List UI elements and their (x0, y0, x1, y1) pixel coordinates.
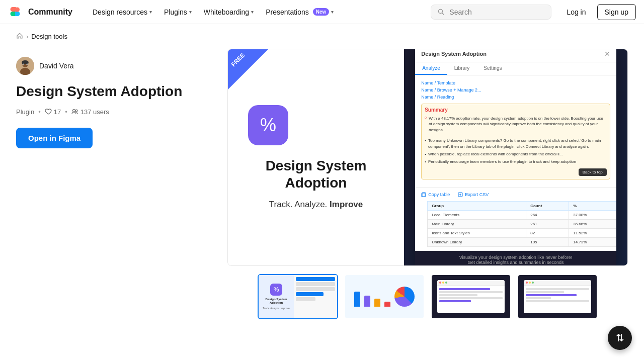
thumb-ui-line (439, 294, 477, 296)
thumb-chart (354, 287, 415, 307)
preview-left-panel: FREE % Design System Adoption Track. Ana… (228, 49, 404, 265)
open-in-figma-button[interactable]: Open in Figma (16, 128, 93, 148)
dot-3 (445, 282, 447, 284)
bullet-2: •When possible, replace local elements w… (425, 151, 607, 157)
breadcrumb-current: Design tools (31, 33, 67, 40)
svg-point-1 (15, 7, 20, 12)
thumb-inner-ui-3 (437, 280, 504, 313)
fab-button[interactable]: ⇅ (608, 326, 632, 350)
nav-item-presentations[interactable]: Presentations New ▾ (260, 5, 340, 19)
nav-item-design-resources[interactable]: Design resources ▾ (87, 5, 158, 19)
chevron-down-icon: ▾ (149, 9, 152, 15)
svg-point-8 (23, 64, 24, 65)
main-preview: FREE % Design System Adoption Track. Ana… (227, 49, 628, 266)
thumb-content-2 (345, 275, 424, 318)
preview-left-content: % Design System Adoption Track. Analyze.… (248, 105, 384, 209)
thumb-bar-4 (384, 302, 390, 307)
new-badge: New (313, 8, 330, 16)
thumb-right-1 (294, 275, 337, 318)
plugin-ui-header: Design System Adoption ✕ (415, 49, 616, 62)
thumb-ui-line (439, 297, 502, 299)
home-icon[interactable] (16, 32, 23, 41)
search-bar[interactable] (431, 5, 551, 20)
users-icon (71, 108, 78, 115)
search-input[interactable] (449, 8, 545, 16)
thumb-ui-line (439, 300, 471, 302)
nav-item-whiteboarding[interactable]: Whiteboarding ▾ (198, 5, 260, 19)
bullet-1: •Too many Unknown Library components? Go… (425, 138, 607, 150)
col-percent: % (569, 201, 616, 210)
thumbnail-4[interactable] (517, 274, 598, 319)
thumb-ui-body-4 (524, 286, 591, 304)
nav-item-plugins[interactable]: Plugins ▾ (158, 5, 198, 19)
plugin-footer: Visualize your design system adoption li… (415, 251, 616, 265)
signup-button[interactable]: Sign up (597, 4, 636, 20)
tab-analyze[interactable]: Analyze (415, 62, 447, 75)
thumb-tag-1: Track. Analyze. Improve (263, 307, 289, 310)
figma-logo (8, 5, 22, 19)
dot-1 (526, 282, 528, 284)
plugin-ui-simulation: Design System Adoption ✕ Analyze Library… (415, 49, 616, 265)
plugin-ui-body: Name / Template Name / Browse + Manage 2… (415, 75, 616, 188)
login-button[interactable]: Log in (559, 5, 593, 20)
col-group: Group (428, 201, 526, 210)
svg-point-2 (439, 9, 443, 13)
settings-icon: ⇅ (616, 332, 624, 344)
thumb-pie-chart (394, 287, 415, 307)
svg-point-10 (72, 110, 75, 112)
chevron-down-icon: ▾ (251, 9, 254, 15)
plugin-type: Plugin (16, 108, 34, 116)
dot-3 (532, 282, 534, 284)
thumbnail-strip: % Design System Adoption Track. Analyze.… (227, 274, 628, 319)
chevron-down-icon: ▾ (331, 9, 334, 15)
back-to-top[interactable]: Back to top (579, 168, 607, 176)
meta-separator: • (38, 108, 41, 116)
table-row: Local Elements26437.08% (428, 210, 616, 219)
thumb-content-3 (432, 275, 510, 318)
thumb-row (296, 287, 335, 291)
svg-point-9 (27, 64, 28, 65)
plugin-ui-tabs: Analyze Library Settings (415, 62, 616, 75)
export-csv-button[interactable]: Export CSV (458, 192, 489, 197)
thumb-ui-line (526, 291, 564, 293)
preview-plugin-title: Design System Adoption (248, 157, 384, 191)
thumb-ui-line (526, 297, 551, 299)
thumb-title-1: Design System Adoption (261, 298, 292, 305)
dot-2 (529, 282, 531, 284)
copy-table-button[interactable]: Copy table (421, 192, 450, 197)
plugin-info: David Vera Design System Adoption Plugin… (16, 49, 227, 319)
thumbnail-1[interactable]: % Design System Adoption Track. Analyze.… (258, 274, 338, 319)
preview-screenshot: Design System Adoption ✕ Analyze Library… (404, 49, 627, 265)
dot-1 (439, 282, 441, 284)
navbar: Community Design resources ▾ Plugins ▾ W… (0, 0, 644, 24)
nav-items: Design resources ▾ Plugins ▾ Whiteboardi… (87, 5, 429, 19)
thumb-ui-body-3 (437, 286, 504, 304)
thumbnail-3[interactable] (431, 274, 511, 319)
brand-name: Community (28, 8, 72, 17)
thumb-bar-1 (354, 292, 360, 307)
plugin-icon-symbol: % (260, 115, 276, 136)
thumb-content-4 (518, 275, 597, 318)
warning-icon (425, 116, 427, 120)
thumbnail-2[interactable] (344, 274, 425, 319)
avatar (16, 57, 34, 75)
bullet-3: •Periodically encourage team members to … (425, 159, 607, 165)
preview-right-panel: Design System Adoption ✕ Analyze Library… (404, 49, 627, 265)
thumb-row (296, 277, 335, 281)
search-icon (437, 8, 445, 16)
thumb-ui-line (439, 291, 502, 293)
free-ribbon (228, 49, 268, 89)
thumb-ui-header-3 (437, 280, 504, 286)
users-count: 137 users (71, 108, 109, 116)
close-icon: ✕ (604, 50, 610, 58)
thumb-row (296, 292, 323, 296)
data-table: Group Count % Local Elements26437.08%Mai… (427, 201, 616, 247)
dot-2 (442, 282, 444, 284)
tab-settings[interactable]: Settings (476, 62, 509, 75)
svg-point-12 (425, 117, 426, 118)
svg-point-11 (75, 110, 77, 112)
plugin-icon: % (248, 105, 288, 145)
thumb-ui-line (526, 300, 589, 302)
breadcrumb-separator: › (26, 33, 28, 40)
tab-library[interactable]: Library (447, 62, 477, 75)
